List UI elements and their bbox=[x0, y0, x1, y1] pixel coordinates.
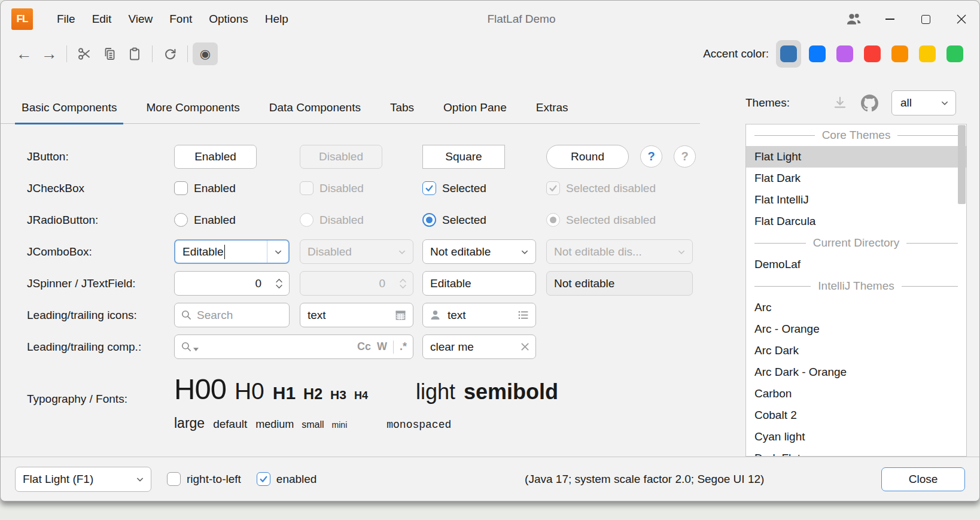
theme-item-arc-orange[interactable]: Arc - Orange bbox=[746, 318, 966, 340]
theme-item-arc-dark-orange[interactable]: Arc Dark - Orange bbox=[746, 361, 966, 383]
combobox-value: Disabled bbox=[300, 245, 352, 259]
github-icon[interactable] bbox=[861, 95, 878, 112]
combobox-arrow-button[interactable] bbox=[129, 467, 151, 491]
disabled-button: Disabled bbox=[300, 145, 382, 169]
scrollbar-thumb[interactable] bbox=[958, 125, 966, 204]
tab-tabs[interactable]: Tabs bbox=[384, 101, 421, 123]
whole-words-toggle[interactable]: W bbox=[377, 340, 387, 353]
chevron-up-icon bbox=[275, 278, 283, 283]
checkbox-label: Selected bbox=[442, 182, 486, 195]
regex-toggle[interactable]: .* bbox=[400, 340, 407, 353]
scissors-icon bbox=[77, 47, 92, 61]
accent-swatch-blue[interactable] bbox=[804, 40, 831, 68]
text-field-calendar[interactable]: text bbox=[300, 303, 413, 327]
accent-swatch-yellow[interactable] bbox=[914, 40, 941, 68]
accent-swatch-icon bbox=[780, 45, 797, 62]
tab-option-pane[interactable]: Option Pane bbox=[437, 101, 513, 123]
theme-item-flat-light[interactable]: Flat Light bbox=[746, 146, 966, 168]
tab-data-components[interactable]: Data Components bbox=[263, 101, 367, 123]
text-field-person[interactable]: text bbox=[422, 303, 536, 327]
accent-color-label: Accent color: bbox=[703, 47, 769, 60]
tab-extras[interactable]: Extras bbox=[529, 101, 575, 123]
back-button[interactable]: ← bbox=[11, 42, 36, 65]
theme-item-flat-dark[interactable]: Flat Dark bbox=[746, 168, 966, 189]
textfield-value[interactable]: clear me bbox=[430, 340, 474, 354]
menu-help[interactable]: Help bbox=[257, 8, 297, 31]
menu-font[interactable]: Font bbox=[161, 8, 200, 31]
square-button[interactable]: Square bbox=[422, 145, 505, 169]
clearable-field[interactable]: clear me bbox=[422, 334, 536, 359]
accent-swatch-icon bbox=[891, 45, 908, 62]
enabled-checkbox[interactable]: enabled bbox=[257, 472, 317, 486]
radio-enabled[interactable]: Enabled bbox=[174, 213, 300, 227]
menu-file[interactable]: File bbox=[48, 8, 84, 31]
textfield-editable[interactable]: Editable bbox=[422, 271, 536, 296]
themes-filter-combo[interactable]: all bbox=[891, 90, 956, 115]
refresh-button[interactable] bbox=[157, 42, 182, 65]
menu-view[interactable]: View bbox=[120, 8, 161, 31]
enabled-button[interactable]: Enabled bbox=[174, 145, 257, 169]
checkbox-selected[interactable]: Selected bbox=[422, 181, 546, 195]
theme-item-flat-darcula[interactable]: Flat Darcula bbox=[746, 211, 966, 232]
radio-circle-selected bbox=[546, 213, 560, 227]
theme-item-cyan-light[interactable]: Cyan light bbox=[746, 426, 966, 448]
radio-circle bbox=[300, 213, 314, 227]
basic-components-panel: JButton: Enabled Disabled Square Round ?… bbox=[1, 124, 700, 431]
textfield-value[interactable]: text bbox=[448, 309, 466, 322]
dropdown-triangle-icon[interactable] bbox=[193, 348, 199, 351]
spinner[interactable]: 0 bbox=[174, 271, 290, 296]
theme-item-carbon[interactable]: Carbon bbox=[746, 383, 966, 405]
combobox-arrow-button[interactable] bbox=[514, 240, 535, 263]
inspect-toggle-button[interactable]: ◉ bbox=[193, 42, 218, 65]
match-case-toggle[interactable]: Cc bbox=[357, 340, 371, 353]
theme-item-arc-dark[interactable]: Arc Dark bbox=[746, 340, 966, 361]
minimize-button[interactable] bbox=[872, 6, 908, 32]
radio-circle bbox=[174, 213, 188, 227]
radio-selected[interactable]: Selected bbox=[422, 213, 546, 227]
close-button[interactable]: Close bbox=[881, 467, 965, 491]
accent-swatch-default-selected[interactable] bbox=[776, 40, 801, 68]
combobox-arrow-button[interactable] bbox=[267, 241, 288, 263]
typography-row: Typography / Fonts: H00 H0 H1 H2 H3 H4 l… bbox=[15, 372, 700, 431]
theme-item-flat-intellij[interactable]: Flat IntelliJ bbox=[746, 189, 966, 211]
cut-button[interactable] bbox=[72, 42, 97, 65]
round-button[interactable]: Round bbox=[546, 145, 629, 169]
maximize-button[interactable] bbox=[908, 6, 944, 32]
textfield-value: Not editable bbox=[554, 277, 614, 290]
copy-button[interactable] bbox=[97, 42, 122, 65]
jcheckbox-label: JCheckBox bbox=[15, 182, 174, 195]
tab-basic-components[interactable]: Basic Components bbox=[15, 101, 123, 124]
users-button[interactable] bbox=[836, 6, 872, 32]
theme-item-dark-flat[interactable]: Dark Flat bbox=[746, 448, 966, 457]
textfield-value[interactable]: text bbox=[308, 309, 326, 322]
jcombobox-row: JComboBox: Editable Disabled bbox=[15, 236, 700, 267]
paste-button[interactable] bbox=[122, 42, 147, 65]
combobox-editable[interactable]: Editable bbox=[174, 239, 290, 264]
theme-item-cobalt-2[interactable]: Cobalt 2 bbox=[746, 405, 966, 426]
window-close-button[interactable] bbox=[944, 6, 979, 32]
right-to-left-checkbox[interactable]: right-to-left bbox=[167, 472, 241, 486]
help-button[interactable]: ? bbox=[640, 145, 662, 168]
accent-swatch-orange[interactable] bbox=[886, 40, 914, 68]
clear-icon[interactable] bbox=[521, 342, 529, 351]
textfield-value[interactable]: Editable bbox=[430, 277, 471, 290]
search-field[interactable]: Search bbox=[174, 303, 290, 327]
tab-more-components[interactable]: More Components bbox=[139, 101, 246, 123]
main-column: Basic Components More Components Data Co… bbox=[1, 70, 700, 457]
theme-item-demolaf[interactable]: DemoLaf bbox=[746, 254, 966, 275]
forward-button[interactable]: → bbox=[36, 42, 62, 65]
accent-swatch-red[interactable] bbox=[859, 40, 886, 68]
combobox-not-editable[interactable]: Not editable bbox=[422, 239, 536, 264]
accent-swatch-green[interactable] bbox=[941, 40, 969, 68]
accent-swatch-icon bbox=[809, 45, 826, 62]
spinner-buttons[interactable] bbox=[269, 272, 289, 295]
search-field-with-options[interactable]: Cc W .* bbox=[174, 334, 413, 359]
accent-swatch-icon bbox=[864, 45, 881, 62]
accent-swatch-purple[interactable] bbox=[831, 40, 859, 68]
theme-item-arc[interactable]: Arc bbox=[746, 297, 966, 318]
laf-selector-combo[interactable]: Flat Light (F1) bbox=[15, 467, 151, 492]
menu-edit[interactable]: Edit bbox=[84, 8, 120, 31]
checkbox-enabled[interactable]: Enabled bbox=[174, 181, 300, 195]
menu-options[interactable]: Options bbox=[200, 8, 256, 31]
spinner-value[interactable]: 0 bbox=[175, 277, 269, 290]
